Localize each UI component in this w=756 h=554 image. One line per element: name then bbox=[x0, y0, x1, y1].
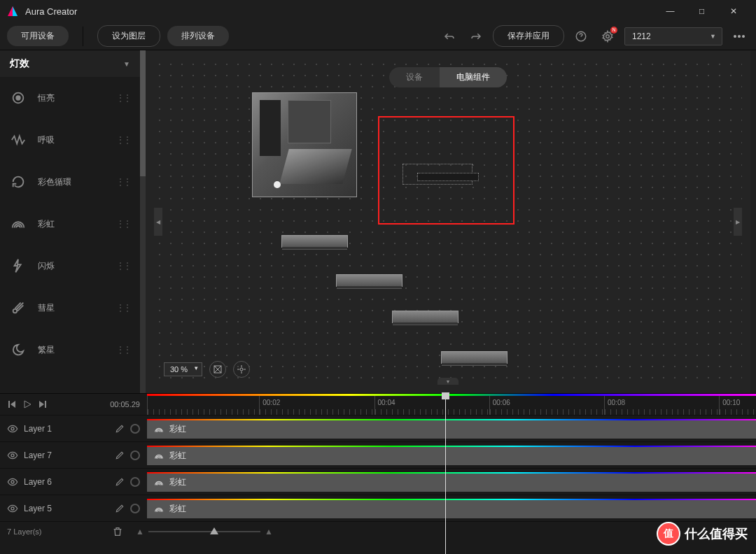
starry-icon bbox=[10, 341, 27, 358]
visibility-toggle[interactable] bbox=[7, 476, 18, 488]
effect-item-static[interactable]: 恒亮 ⋮⋮ bbox=[0, 77, 140, 119]
set-as-layer-button[interactable]: 设为图层 bbox=[97, 25, 160, 47]
app-title: Aura Creator bbox=[25, 6, 77, 17]
svg-point-9 bbox=[11, 427, 14, 430]
timeline-panel: 00:05.29 00:02 00:04 00:06 00:08 00:10 L… bbox=[0, 393, 756, 554]
help-button[interactable] bbox=[571, 27, 591, 46]
zoom-selector[interactable]: 30 % bbox=[164, 362, 202, 376]
device-canvas[interactable]: 设备 电脑组件 ◀ ▶ 30 % ▼ bbox=[154, 59, 742, 385]
edit-layer-button[interactable] bbox=[115, 504, 125, 513]
timeline-ruler[interactable]: 00:02 00:04 00:06 00:08 00:10 bbox=[147, 394, 756, 415]
available-devices-button[interactable]: 可用设备 bbox=[7, 26, 69, 46]
grip-icon: ⋮⋮ bbox=[116, 135, 130, 145]
ram-device-1[interactable] bbox=[281, 235, 348, 248]
effect-item-rainbow[interactable]: 彩虹 ⋮⋮ bbox=[0, 203, 140, 245]
effect-clip[interactable]: 彩虹 bbox=[147, 419, 756, 439]
layer-name-label: Layer 7 bbox=[24, 450, 109, 460]
effect-clip[interactable]: 彩虹 bbox=[147, 499, 756, 518]
skip-end-button[interactable] bbox=[38, 399, 48, 409]
arrange-devices-button[interactable]: 排列设备 bbox=[167, 26, 229, 46]
ram-device-4[interactable] bbox=[441, 351, 507, 364]
motherboard-device[interactable] bbox=[252, 92, 357, 197]
record-toggle[interactable] bbox=[130, 504, 140, 513]
chevron-down-icon: ▼ bbox=[123, 60, 130, 68]
layer-track[interactable]: 彩虹 bbox=[147, 469, 756, 495]
canvas-area: 设备 电脑组件 ◀ ▶ 30 % ▼ bbox=[140, 50, 756, 393]
timeline-zoom-slider[interactable]: ▲ ▲ bbox=[136, 527, 273, 537]
svg-point-12 bbox=[11, 507, 14, 510]
layer-row: Layer 7 彩虹 bbox=[0, 441, 756, 468]
window-minimize-button[interactable]: — bbox=[654, 0, 686, 22]
edit-layer-button[interactable] bbox=[115, 477, 125, 487]
svg-point-11 bbox=[11, 481, 14, 483]
undo-button[interactable] bbox=[440, 27, 459, 46]
record-toggle[interactable] bbox=[130, 450, 140, 460]
tab-device[interactable]: 设备 bbox=[389, 67, 440, 87]
clip-label: 彩虹 bbox=[169, 503, 186, 515]
effects-header[interactable]: 灯效 ▼ bbox=[0, 50, 140, 77]
watermark: 值 什么值得买 bbox=[657, 522, 748, 546]
clip-label: 彩虹 bbox=[169, 450, 186, 462]
layer-name-label: Layer 5 bbox=[24, 504, 109, 513]
rainbow-icon bbox=[10, 215, 27, 232]
project-selector[interactable]: 1212 bbox=[624, 27, 722, 45]
delete-layer-button[interactable] bbox=[112, 526, 123, 537]
play-button[interactable] bbox=[22, 399, 32, 409]
project-name-label: 1212 bbox=[632, 31, 651, 41]
settings-button[interactable]: N bbox=[598, 27, 617, 46]
visibility-toggle[interactable] bbox=[7, 503, 18, 514]
ram-device-2[interactable] bbox=[336, 274, 402, 287]
effect-item-breathing[interactable]: 呼吸 ⋮⋮ bbox=[0, 119, 140, 161]
more-menu-button[interactable] bbox=[729, 35, 749, 38]
canvas-view-toggle: 设备 电脑组件 bbox=[389, 67, 507, 87]
layer-row: Layer 5 彩虹 bbox=[0, 495, 756, 521]
effect-item-starry[interactable]: 繁星 ⋮⋮ bbox=[0, 329, 140, 371]
panel-drag-handle[interactable]: ▼ bbox=[438, 378, 458, 385]
visibility-toggle[interactable] bbox=[7, 450, 18, 461]
fit-screen-button[interactable] bbox=[209, 361, 226, 378]
layer-track[interactable]: 彩虹 bbox=[147, 496, 756, 521]
redo-button[interactable] bbox=[466, 27, 486, 46]
layer-name-label: Layer 6 bbox=[24, 477, 109, 487]
window-maximize-button[interactable]: □ bbox=[686, 0, 718, 22]
effect-item-comet[interactable]: 彗星 ⋮⋮ bbox=[0, 287, 140, 329]
addressable-strip-device[interactable] bbox=[402, 164, 472, 185]
layer-track[interactable]: 彩虹 bbox=[147, 416, 756, 441]
grip-icon: ⋮⋮ bbox=[116, 303, 130, 313]
collapse-left-button[interactable]: ◀ bbox=[154, 208, 162, 236]
window-close-button[interactable]: ✕ bbox=[718, 0, 749, 22]
rainbow-icon bbox=[154, 504, 164, 514]
ram-device-3[interactable] bbox=[392, 311, 458, 323]
edit-layer-button[interactable] bbox=[115, 450, 125, 460]
notification-badge: N bbox=[610, 27, 617, 34]
grip-icon: ⋮⋮ bbox=[116, 177, 130, 187]
app-logo-icon bbox=[7, 6, 18, 17]
svg-point-8 bbox=[240, 368, 243, 371]
titlebar: Aura Creator — □ ✕ bbox=[0, 0, 756, 22]
playhead[interactable] bbox=[445, 392, 446, 554]
visibility-toggle[interactable] bbox=[7, 423, 18, 434]
effect-clip[interactable]: 彩虹 bbox=[147, 472, 756, 492]
edit-layer-button[interactable] bbox=[115, 424, 125, 434]
layer-track[interactable]: 彩虹 bbox=[147, 443, 756, 468]
record-toggle[interactable] bbox=[130, 477, 140, 487]
canvas-scrollbar[interactable] bbox=[140, 50, 146, 393]
record-toggle[interactable] bbox=[130, 424, 140, 434]
rainbow-icon bbox=[154, 478, 164, 488]
save-and-apply-button[interactable]: 保存并应用 bbox=[493, 25, 564, 47]
static-light-icon bbox=[10, 90, 27, 106]
effects-sidebar: 灯效 ▼ 恒亮 ⋮⋮ 呼吸 ⋮⋮ 彩色循環 ⋮⋮ 彩虹 ⋮⋮ bbox=[0, 50, 140, 393]
layer-count-label: 7 Layer(s) bbox=[0, 527, 112, 536]
tab-component[interactable]: 电脑组件 bbox=[440, 67, 507, 87]
layer-row: Layer 1 彩虹 bbox=[0, 415, 756, 441]
collapse-right-button[interactable]: ▶ bbox=[734, 208, 742, 236]
rainbow-icon bbox=[154, 425, 164, 434]
timecode-label: 00:05.29 bbox=[110, 400, 140, 409]
center-button[interactable] bbox=[233, 361, 250, 378]
effect-clip[interactable]: 彩虹 bbox=[147, 446, 756, 465]
skip-start-button[interactable] bbox=[7, 399, 17, 409]
effect-item-strobe[interactable]: 闪烁 ⋮⋮ bbox=[0, 245, 140, 287]
effect-item-colorcycle[interactable]: 彩色循環 ⋮⋮ bbox=[0, 161, 140, 203]
zoom-in-icon: ▲ bbox=[265, 527, 273, 537]
clip-label: 彩虹 bbox=[169, 423, 186, 435]
